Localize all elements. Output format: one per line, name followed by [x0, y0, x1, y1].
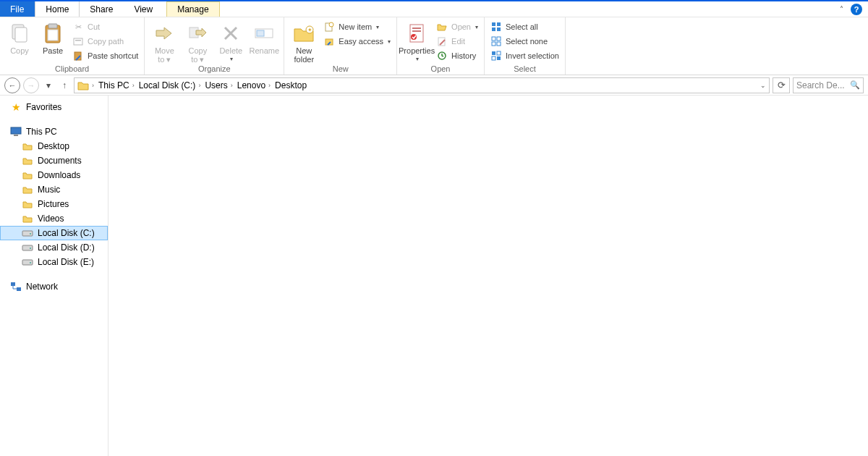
ribbon-group-clipboard: Copy Paste ✂ Cut Copy path	[0, 17, 145, 75]
up-button[interactable]: ↑	[58, 77, 71, 93]
tree-network[interactable]: Network	[0, 279, 108, 294]
address-bar[interactable]: › This PC› Local Disk (C:)› Users› Lenov…	[74, 77, 770, 93]
drive-icon	[22, 256, 33, 268]
search-input[interactable]: Search De... 🔍	[793, 77, 864, 93]
delete-icon	[219, 22, 242, 45]
history-button[interactable]: History	[435, 49, 480, 62]
refresh-button[interactable]: ⟳	[773, 77, 790, 93]
svg-rect-6	[75, 40, 81, 41]
address-row: ← → ▾ ↑ › This PC› Local Disk (C:)› User…	[0, 75, 868, 96]
invert-selection-icon	[490, 50, 502, 62]
properties-icon	[405, 22, 428, 45]
drive-icon	[22, 242, 33, 253]
back-button[interactable]: ←	[4, 77, 20, 93]
select-none-button[interactable]: Select none	[489, 35, 561, 48]
cut-button[interactable]: ✂ Cut	[71, 20, 140, 33]
select-all-button[interactable]: Select all	[489, 20, 561, 33]
new-item-button[interactable]: New item▾	[322, 20, 392, 33]
group-label-open: Open	[401, 64, 480, 75]
rename-icon	[252, 22, 276, 45]
svg-rect-31	[497, 42, 501, 46]
copy-path-icon	[72, 35, 84, 47]
open-folder-icon	[436, 21, 448, 33]
svg-point-41	[30, 248, 31, 249]
tree-local-disk-e[interactable]: Local Disk (E:)	[0, 255, 108, 269]
svg-rect-12	[257, 30, 264, 36]
new-item-icon	[323, 21, 335, 33]
tree-favorites[interactable]: ★ Favorites	[0, 100, 108, 114]
history-icon	[436, 50, 448, 62]
recent-dropdown[interactable]: ▾	[42, 77, 55, 93]
svg-rect-35	[497, 56, 501, 60]
tree-videos[interactable]: Videos	[0, 211, 108, 226]
svg-rect-33	[497, 51, 501, 55]
svg-rect-38	[22, 231, 33, 236]
svg-rect-1	[15, 28, 27, 42]
invert-selection-button[interactable]: Invert selection	[489, 49, 561, 62]
file-list-area[interactable]	[109, 96, 868, 456]
svg-rect-19	[412, 28, 421, 29]
new-folder-button[interactable]: ✦ Newfolder	[289, 19, 319, 64]
rename-button[interactable]: Rename	[249, 19, 279, 55]
properties-button[interactable]: Properties ▾	[401, 19, 432, 63]
tab-home[interactable]: Home	[35, 1, 80, 17]
address-dropdown-icon[interactable]: ⌄	[760, 82, 766, 89]
crumb-desktop[interactable]: Desktop	[273, 80, 308, 90]
edit-icon	[436, 35, 448, 47]
group-label-select: Select	[489, 64, 561, 75]
open-button[interactable]: Open▾	[435, 20, 480, 33]
crumb-this-pc[interactable]: This PC›	[97, 80, 136, 90]
star-icon: ★	[10, 101, 22, 113]
tree-documents[interactable]: Documents	[0, 153, 108, 168]
folder-icon	[22, 169, 33, 181]
select-all-icon	[490, 21, 502, 33]
ribbon-group-new: ✦ Newfolder New item▾ Easy access▾	[284, 17, 397, 75]
ribbon: Copy Paste ✂ Cut Copy path	[0, 17, 868, 75]
folder-icon	[22, 184, 33, 195]
copy-to-button[interactable]: Copyto ▾	[182, 19, 213, 64]
edit-button[interactable]: Edit	[435, 35, 480, 48]
tree-pictures[interactable]: Pictures	[0, 197, 108, 211]
paste-shortcut-button[interactable]: Paste shortcut	[71, 49, 140, 62]
forward-button[interactable]: →	[23, 77, 39, 93]
tab-view[interactable]: View	[124, 1, 163, 17]
svg-rect-45	[17, 287, 21, 291]
copy-button[interactable]: Copy	[4, 19, 35, 55]
tab-file[interactable]: File	[0, 1, 35, 17]
svg-rect-20	[412, 30, 421, 32]
svg-rect-3	[48, 24, 57, 28]
tree-local-disk-d[interactable]: Local Disk (D:)	[0, 240, 108, 255]
crumb-lenovo[interactable]: Lenovo›	[236, 80, 272, 90]
tree-this-pc[interactable]: This PC	[0, 124, 108, 139]
tab-manage[interactable]: Manage	[166, 1, 219, 17]
minimize-ribbon-icon[interactable]: ˄	[840, 5, 843, 13]
paste-icon	[41, 22, 64, 45]
svg-rect-42	[22, 260, 33, 265]
drive-icon	[22, 227, 33, 239]
group-label-clipboard: Clipboard	[4, 64, 140, 75]
svg-rect-27	[497, 28, 501, 31]
move-to-button[interactable]: Moveto ▾	[149, 19, 179, 64]
folder-icon	[22, 198, 33, 210]
svg-point-16	[329, 22, 333, 27]
help-icon[interactable]: ?	[851, 4, 862, 15]
tree-desktop[interactable]: Desktop	[0, 139, 108, 153]
svg-rect-36	[11, 127, 21, 134]
ribbon-group-open: Properties ▾ Open▾ Edit	[397, 17, 485, 75]
tab-share[interactable]: Share	[80, 1, 124, 17]
paste-button[interactable]: Paste	[38, 19, 68, 55]
svg-rect-24	[492, 22, 495, 26]
easy-access-button[interactable]: Easy access▾	[322, 35, 392, 48]
copy-path-button[interactable]: Copy path	[71, 35, 140, 48]
computer-icon	[10, 126, 22, 138]
tree-downloads[interactable]: Downloads	[0, 168, 108, 182]
crumb-users[interactable]: Users›	[203, 80, 234, 90]
svg-rect-40	[22, 245, 33, 250]
tree-local-disk-c[interactable]: Local Disk (C:)	[0, 226, 108, 240]
crumb-local-c[interactable]: Local Disk (C:)›	[137, 80, 203, 90]
delete-button[interactable]: Delete ▾	[216, 19, 246, 63]
svg-rect-4	[48, 30, 58, 41]
select-none-icon	[490, 35, 502, 47]
tree-music[interactable]: Music	[0, 182, 108, 197]
svg-rect-18	[410, 25, 423, 42]
